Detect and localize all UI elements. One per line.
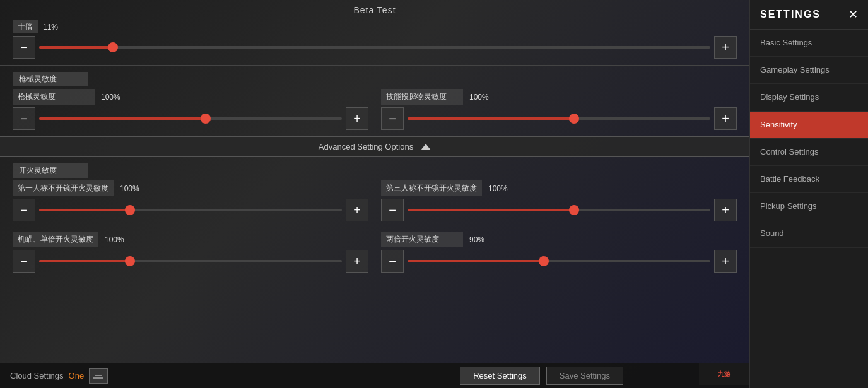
gun-fill [39,117,206,120]
fire1-col: 第一人称不开镜开火灵敏度 100% − + [13,178,368,221]
advanced-bar[interactable]: Advanced Setting Options [0,136,749,157]
fire1-label-row: 第一人称不开镜开火灵敏度 100% [13,178,368,199]
aim-label-row: 机瞄、单倍开火灵敏度 100% [13,229,368,250]
gun-section-label: 枪械灵敏度 [13,72,88,86]
ten-x-label: 十倍 [13,20,38,33]
aim-col: 机瞄、单倍开火灵敏度 100% − + [13,229,368,273]
skill-fill [408,117,574,120]
aim-thumb[interactable] [125,256,135,266]
gun-section: 枪械灵敏度 枪械灵敏度 100% − + 技能投掷物灵敏度 [0,68,749,134]
fire3-label-row: 第三人称不开镜开火灵敏度 100% [381,178,737,199]
gun-track[interactable] [39,117,342,120]
cloud-label: Cloud Settings [10,371,64,380]
fire3-thumb[interactable] [569,205,579,215]
fire3-col: 第三人称不开镜开火灵敏度 100% − + [381,178,737,221]
main-content: Beta Test 十倍 11% − + 枪械灵敏度 枪械灵敏度 100% [0,0,749,388]
gun-slider-wrapper: − + [13,107,368,130]
two-x-slider-wrapper: − + [381,250,737,273]
fire3-label: 第三人称不开镜开火灵敏度 [381,180,482,196]
ten-x-slider-wrapper: − + [13,36,737,59]
two-x-label: 两倍开火灵敏度 [381,232,463,247]
ten-x-thumb[interactable] [108,42,118,52]
fire3-fill [408,209,574,211]
gun-two-col: 枪械灵敏度 100% − + 技能投掷物灵敏度 100% [13,86,737,130]
aim-plus-btn[interactable]: + [346,250,368,273]
skill-track[interactable] [408,117,710,120]
sidebar-item-display[interactable]: Display Settings [750,84,868,111]
two-x-plus-btn[interactable]: + [714,250,737,273]
fire1-thumb[interactable] [125,205,135,215]
jiuyou-logo: 九游 [699,363,749,385]
divider-1 [0,65,749,66]
two-x-value: 90% [469,235,495,244]
sidebar-item-pickup[interactable]: Pickup Settings [750,193,868,220]
aim-minus-btn[interactable]: − [13,250,35,273]
aim-label: 机瞄、单倍开火灵敏度 [13,232,98,247]
ten-x-fill [39,46,113,49]
skill-minus-btn[interactable]: − [381,107,404,130]
aim-fill [39,260,130,262]
fire1-minus-btn[interactable]: − [13,199,35,221]
fire3-slider-wrapper: − + [381,199,737,221]
two-x-minus-btn[interactable]: − [381,250,404,273]
two-x-thumb[interactable] [539,256,549,266]
fire-two-col: 第一人称不开镜开火灵敏度 100% − + 第三人称不开镜开火灵敏度 100% [13,178,737,221]
gun-col: 枪械灵敏度 100% − + [13,86,368,130]
skill-value: 100% [469,93,495,102]
close-button[interactable]: ✕ [848,8,858,21]
sidebar-item-control[interactable]: Control Settings [750,139,868,166]
fire1-track[interactable] [39,209,342,211]
aim-two-col: 机瞄、单倍开火灵敏度 100% − + 两倍开火灵敏度 90% [13,229,737,273]
gun-plus-btn[interactable]: + [346,107,368,130]
logo-text: 九游 [718,370,730,379]
bottom-bar: Cloud Settings One Reset Settings Save S… [0,363,749,388]
sidebar-item-basic[interactable]: Basic Settings [750,30,868,57]
skill-plus-btn[interactable]: + [714,107,737,130]
two-x-fill [408,260,544,262]
skill-thumb[interactable] [569,114,579,124]
fire1-fill [39,209,130,211]
sidebar-item-sound[interactable]: Sound [750,220,868,247]
gun-label-row: 枪械灵敏度 100% [13,86,368,107]
gun-value: 100% [101,93,126,102]
skill-slider-wrapper: − + [381,107,737,130]
bottom-buttons: Reset Settings Save Settings [460,367,623,385]
sidebar-item-battle[interactable]: Battle Feedback [750,166,868,193]
aim-value: 100% [105,235,130,244]
beta-test-title: Beta Test [0,0,749,20]
two-x-col: 两倍开火灵敏度 90% − + [381,229,737,273]
cloud-settings-icon[interactable] [89,368,108,384]
ten-x-slider-container: − + [0,36,749,62]
advanced-text: Advanced Setting Options [319,142,413,151]
fire3-plus-btn[interactable]: + [714,199,737,221]
ten-x-value: 11% [43,23,68,32]
ten-x-track[interactable] [39,46,710,49]
gun-label: 枪械灵敏度 [13,89,95,105]
fire3-minus-btn[interactable]: − [381,199,404,221]
two-x-track[interactable] [408,260,710,262]
sidebar-item-sensitivity[interactable]: Sensitivity [750,112,868,139]
fire1-value: 100% [120,184,145,193]
gun-minus-btn[interactable]: − [13,107,35,130]
save-settings-button[interactable]: Save Settings [546,367,623,385]
fire1-label: 第一人称不开镜开火灵敏度 [13,180,114,196]
two-x-label-row: 两倍开火灵敏度 90% [381,229,737,250]
fire1-slider-wrapper: − + [13,199,368,221]
gun-thumb[interactable] [201,114,211,124]
aim-track[interactable] [39,260,342,262]
fire-section: 开火灵敏度 第一人称不开镜开火灵敏度 100% − + 第三人 [0,160,749,225]
skill-label-row: 技能投掷物灵敏度 100% [381,86,737,107]
chevron-up-icon [421,144,431,150]
skill-label: 技能投掷物灵敏度 [381,89,463,105]
cloud-value: One [69,371,85,380]
sidebar-item-gameplay[interactable]: Gameplay Settings [750,57,868,84]
ten-x-minus-btn[interactable]: − [13,36,35,59]
ten-x-row: 十倍 11% [0,20,749,36]
reset-settings-button[interactable]: Reset Settings [460,367,540,385]
fire1-plus-btn[interactable]: + [346,199,368,221]
sidebar-header: SETTINGS ✕ [750,0,868,30]
fire3-track[interactable] [408,209,710,211]
ten-x-plus-btn[interactable]: + [714,36,737,59]
aim-section: 机瞄、单倍开火灵敏度 100% − + 两倍开火灵敏度 90% [0,225,749,276]
sidebar: SETTINGS ✕ Basic Settings Gameplay Setti… [749,0,868,388]
